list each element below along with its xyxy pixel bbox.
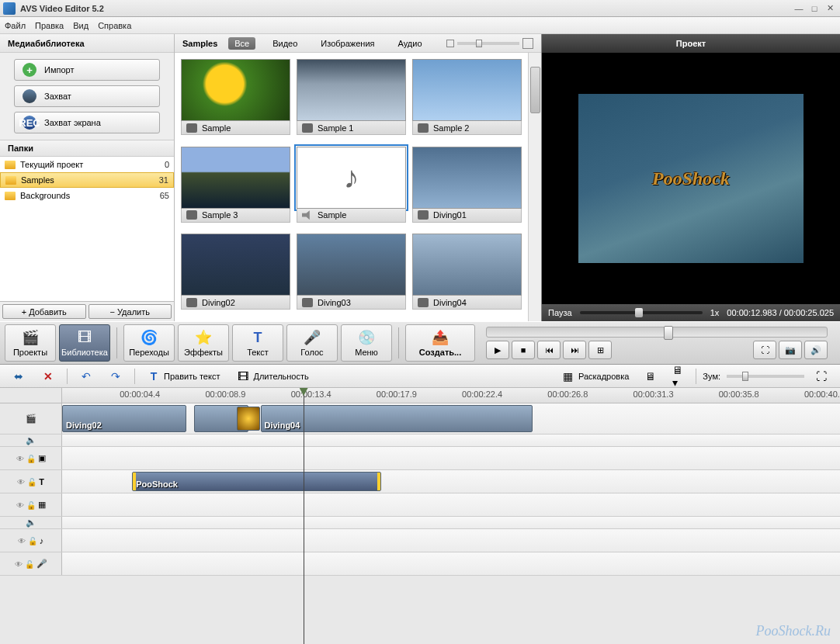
clip-edge[interactable] — [377, 473, 380, 490]
effects-button[interactable]: ⭐Эффекты — [178, 324, 229, 362]
audio-track-content[interactable] — [62, 435, 840, 446]
thumb-diving04[interactable]: Diving04 — [412, 234, 522, 315]
frame-button[interactable]: ⊞ — [588, 341, 612, 359]
thumb-sample[interactable]: Sample — [181, 59, 290, 140]
timeline-ruler[interactable]: 00:00:04.4 00:00:08.9 00:00:13.4 00:00:1… — [62, 388, 840, 403]
video-track-content[interactable]: Diving02 Diving04 — [62, 403, 840, 434]
speed-slider[interactable] — [580, 311, 703, 314]
filter-all[interactable]: Все — [228, 37, 255, 50]
text-button[interactable]: TТекст — [232, 324, 283, 362]
display-button[interactable]: 🖥 — [640, 368, 661, 385]
play-button[interactable]: ▶ — [486, 341, 509, 359]
folder-current-project[interactable]: Текущий проект 0 — [0, 157, 174, 172]
menubar: Файл Правка Вид Справка — [0, 17, 840, 34]
lock-icon[interactable] — [26, 500, 36, 510]
volume-button[interactable]: 🔊 — [804, 341, 828, 359]
library-button[interactable]: 🎞Библиотека — [59, 324, 110, 362]
mic-icon: 🎤 — [303, 329, 321, 346]
eye-icon[interactable] — [16, 500, 24, 510]
maximize-icon[interactable]: □ — [807, 3, 821, 14]
display2-button[interactable]: 🖥▾ — [668, 368, 689, 385]
seek-handle[interactable] — [664, 326, 673, 340]
eye-icon[interactable] — [17, 477, 25, 486]
create-button[interactable]: 📤Создать... — [405, 324, 475, 362]
menu-help[interactable]: Справка — [98, 21, 131, 30]
lock-icon[interactable] — [27, 477, 36, 486]
capture-button[interactable]: Захват — [14, 85, 160, 107]
fit-button[interactable]: ⛶ — [810, 368, 832, 385]
slider-handle[interactable] — [742, 372, 748, 381]
duration-button[interactable]: 🎞Длительность — [232, 368, 313, 385]
lock-icon[interactable] — [25, 559, 34, 569]
audio-icon — [302, 210, 313, 220]
thumb-diving03[interactable]: Diving03 — [297, 234, 406, 315]
filter-audio[interactable]: Аудио — [392, 37, 429, 50]
menu-edit[interactable]: Правка — [35, 21, 64, 30]
speaker-icon: 🔈 — [26, 435, 36, 445]
storyboard-button[interactable]: ▦Раскадровка — [557, 368, 633, 385]
zoom-small-icon[interactable] — [446, 40, 454, 47]
thumb-sample1[interactable]: Sample 1 — [297, 59, 406, 140]
transition-clip[interactable] — [237, 407, 260, 431]
menu-file[interactable]: Файл — [5, 21, 26, 30]
clip-diving04[interactable]: Diving04 — [261, 405, 533, 432]
edit-text-button[interactable]: TПравить текст — [143, 368, 224, 385]
timeline-zoom-slider[interactable] — [727, 375, 804, 378]
preview-status-bar: Пауза 1x 00:00:12.983 / 00:00:25.025 — [542, 304, 840, 321]
timeline-tracks: 🎬 Diving02 Diving04 🔈 ▣ T PooShock ▦ 🔈 — [0, 403, 840, 576]
seek-slider[interactable] — [486, 327, 828, 338]
split-button[interactable]: ⬌ — [8, 368, 30, 385]
folder-label: Текущий проект — [20, 160, 160, 169]
projects-button[interactable]: 🎬Проекты — [5, 324, 56, 362]
text-track-content[interactable]: PooShock — [62, 470, 840, 493]
folder-backgrounds[interactable]: Backgrounds 65 — [0, 188, 174, 203]
menu-view[interactable]: Вид — [73, 21, 89, 30]
filter-video[interactable]: Видео — [266, 37, 304, 50]
fullscreen-button[interactable]: ⛶ — [753, 341, 776, 359]
screen-capture-button[interactable]: REC Захват экрана — [14, 112, 160, 133]
thumb-diving01[interactable]: Diving01 — [412, 147, 522, 228]
prev-button[interactable]: ⏮ — [537, 341, 561, 359]
filter-image[interactable]: Изображения — [314, 37, 380, 50]
import-button[interactable]: + Импорт — [14, 59, 160, 81]
scrollbar-thumb[interactable] — [530, 67, 540, 113]
slider-handle[interactable] — [635, 308, 643, 317]
minimize-icon[interactable]: — — [792, 3, 806, 14]
clip-edge[interactable] — [133, 473, 136, 490]
thumb-sample3[interactable]: Sample 3 — [181, 147, 290, 228]
effect-track-content[interactable] — [62, 493, 840, 516]
slider-handle[interactable] — [476, 40, 482, 47]
text-clip-pooshock[interactable]: PooShock — [132, 472, 381, 491]
voice-button[interactable]: 🎤Голос — [286, 324, 338, 362]
folder-samples[interactable]: Samples 31 — [0, 172, 174, 188]
library-scrollbar[interactable] — [528, 53, 541, 321]
thumbnail-zoom-slider[interactable] — [457, 42, 519, 45]
overlay-track-content[interactable] — [62, 447, 840, 469]
add-folder-button[interactable]: + Добавить — [2, 304, 86, 319]
eye-icon[interactable] — [18, 536, 26, 545]
lock-icon[interactable] — [28, 536, 37, 545]
eye-icon[interactable] — [15, 559, 23, 569]
undo-button[interactable]: ↶ — [75, 368, 97, 385]
playback-status: Пауза — [548, 308, 572, 317]
ruler-tick: 00:00:04.4 — [120, 390, 160, 399]
playhead[interactable] — [304, 388, 304, 644]
voice-track: 🎤 — [0, 552, 840, 576]
delete-folder-button[interactable]: − Удалить — [89, 304, 172, 319]
close-icon[interactable]: ✕ — [823, 3, 837, 14]
thumb-diving02[interactable]: Diving02 — [181, 234, 290, 315]
snapshot-button[interactable]: 📷 — [779, 341, 802, 359]
stop-button[interactable]: ■ — [512, 341, 535, 359]
clip-diving02[interactable]: Diving02 — [62, 405, 186, 432]
redo-button[interactable]: ↷ — [105, 368, 127, 385]
menu-button[interactable]: 💿Меню — [341, 324, 392, 362]
thumbnail-image — [412, 59, 522, 121]
delete-button[interactable]: ✕ — [37, 368, 59, 385]
zoom-large-icon[interactable] — [522, 38, 533, 49]
lock-icon[interactable] — [26, 454, 36, 463]
thumb-sample-audio[interactable]: ♪Sample — [297, 147, 406, 228]
transitions-button[interactable]: 🌀Переходы — [123, 324, 175, 362]
next-button[interactable]: ⏭ — [563, 341, 586, 359]
thumb-sample2[interactable]: Sample 2 — [412, 59, 522, 140]
eye-icon[interactable] — [16, 454, 24, 463]
